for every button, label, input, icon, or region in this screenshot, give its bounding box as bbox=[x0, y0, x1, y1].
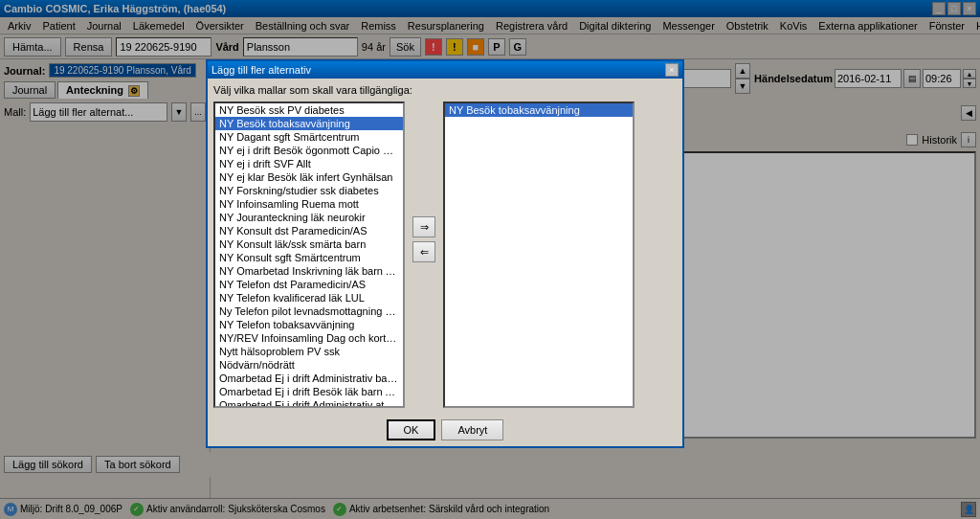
left-list-item[interactable]: NY ej i drift Besök ögonmott Capio Medoc… bbox=[215, 144, 403, 157]
move-right-button[interactable]: ⇒ bbox=[412, 216, 435, 237]
modal-left-list[interactable]: NY Besök ssk PV diabetesNY Besök tobaksa… bbox=[213, 102, 405, 408]
arrow-buttons: ⇒ ⇐ bbox=[412, 102, 435, 262]
left-list-item[interactable]: NY Omarbetad Inskrivning läk barn Akut bbox=[215, 264, 403, 278]
left-list-item[interactable]: NY Telefon dst Paramedicin/AS bbox=[215, 278, 403, 291]
modal-instruction: Välj vilka mallar som skall vara tillgän… bbox=[213, 84, 677, 96]
modal-body: Välj vilka mallar som skall vara tillgän… bbox=[208, 79, 682, 414]
modal-overlay: Lägg till fler alternativ × Välj vilka m… bbox=[0, 0, 980, 519]
left-list-item[interactable]: NY ej i drift SVF Allt bbox=[215, 157, 403, 170]
modal-ok-button[interactable]: OK bbox=[387, 419, 436, 440]
left-list-item[interactable]: NY Jouranteckning läk neurokir bbox=[215, 211, 403, 224]
left-list-item[interactable]: NY Telefon tobaksavvänjning bbox=[215, 318, 403, 331]
left-list-item[interactable]: NY Telefon kvalificerad läk LUL bbox=[215, 291, 403, 305]
left-list-item[interactable]: NY Besök tobaksavvänjning bbox=[215, 117, 403, 130]
left-list-item[interactable]: NY Konsult sgft Smärtcentrum bbox=[215, 251, 403, 264]
modal-right-list[interactable]: NY Besök tobaksavvänjning bbox=[443, 102, 635, 408]
left-list-item[interactable]: Omarbetad Ej i drift Administrativ barn … bbox=[215, 372, 403, 385]
left-list-item[interactable]: Ny Telefon pilot levnadsmottagning ekeby bbox=[215, 305, 403, 318]
modal-footer: OK Avbryt bbox=[208, 414, 682, 446]
left-list-item[interactable]: Omarbetad Ej i drift Besök läk barn Akut bbox=[215, 385, 403, 398]
left-list-item[interactable]: NY Besök ssk PV diabetes bbox=[215, 103, 403, 117]
left-list-item[interactable]: NY Forskning/studier ssk diabetes bbox=[215, 184, 403, 197]
left-list-item[interactable]: NY Konsult dst Paramedicin/AS bbox=[215, 224, 403, 237]
right-list-item[interactable]: NY Besök tobaksavvänjning bbox=[445, 103, 633, 117]
modal-title-bar: Lägg till fler alternativ × bbox=[208, 61, 682, 79]
modal-dialog: Lägg till fler alternativ × Välj vilka m… bbox=[206, 59, 684, 448]
left-list-item[interactable]: Omarbetad Ej i drift Administrativ at PV bbox=[215, 398, 403, 408]
modal-avbryt-button[interactable]: Avbryt bbox=[441, 419, 503, 440]
modal-title: Lägg till fler alternativ bbox=[212, 64, 311, 76]
left-list-item[interactable]: NY Dagant sgft Smärtcentrum bbox=[215, 130, 403, 144]
modal-close-button[interactable]: × bbox=[665, 63, 679, 77]
left-list-item[interactable]: NY/REV Infoinsamling Dag och kortvård SH bbox=[215, 331, 403, 345]
left-list-item[interactable]: NY ej klar Besök läk infert Gynhälsan bbox=[215, 170, 403, 184]
move-left-button[interactable]: ⇐ bbox=[412, 241, 435, 262]
modal-lists: NY Besök ssk PV diabetesNY Besök tobaksa… bbox=[213, 102, 677, 408]
left-list-item[interactable]: NY Konsult läk/ssk smärta barn bbox=[215, 237, 403, 251]
left-list-item[interactable]: NY Infoinsamling Ruema mott bbox=[215, 197, 403, 211]
left-list-item[interactable]: Nytt hälsoproblem PV ssk bbox=[215, 345, 403, 358]
left-list-item[interactable]: Nödvärn/nödrätt bbox=[215, 358, 403, 372]
